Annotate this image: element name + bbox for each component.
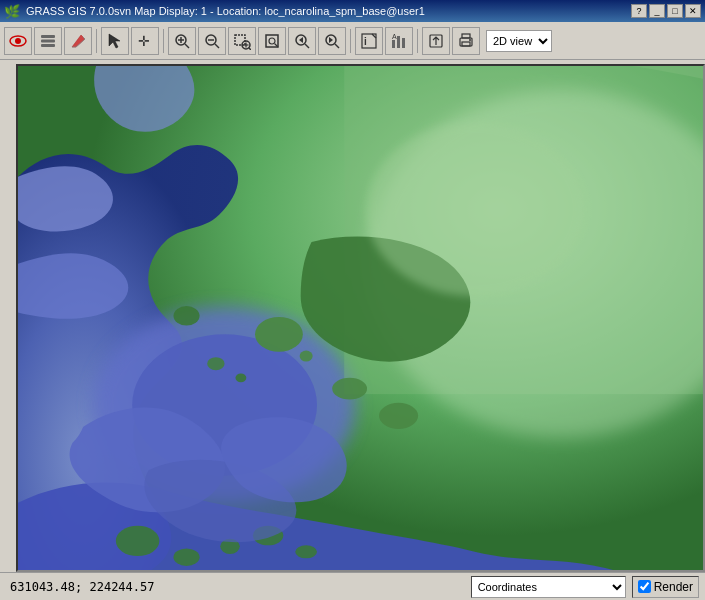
svg-line-8 (185, 44, 189, 48)
divider-4 (417, 29, 418, 53)
coordinates-select[interactable]: Coordinates Geographic Projected (471, 576, 626, 598)
erase-icon (69, 32, 87, 50)
layers-tool-button[interactable] (34, 27, 62, 55)
window-controls[interactable]: ? _ □ ✕ (631, 4, 701, 18)
svg-line-12 (215, 44, 219, 48)
help-button[interactable]: ? (631, 4, 647, 18)
svg-text:✛: ✛ (138, 33, 150, 49)
svg-rect-30 (397, 36, 400, 48)
svg-line-23 (305, 44, 309, 48)
zoom-region-button[interactable] (228, 27, 256, 55)
svg-point-37 (469, 39, 471, 41)
analyze-button[interactable]: A (385, 27, 413, 55)
svg-point-46 (235, 373, 246, 382)
maximize-button[interactable]: □ (667, 4, 683, 18)
divider-1 (96, 29, 97, 53)
zoom-out-icon (203, 32, 221, 50)
svg-marker-5 (109, 34, 120, 48)
svg-text:i: i (364, 36, 367, 47)
zoom-in-icon (173, 32, 191, 50)
zoom-region-icon (233, 32, 251, 50)
pointer-tool-button[interactable] (101, 27, 129, 55)
zoom-fit-button[interactable] (258, 27, 286, 55)
svg-text:A: A (392, 33, 397, 40)
svg-line-16 (249, 48, 251, 50)
zoom-prev-icon (293, 32, 311, 50)
analyze-icon: A (390, 32, 408, 50)
zoom-fit-icon (263, 32, 281, 50)
zoom-out-button[interactable] (198, 27, 226, 55)
pointer-icon (106, 32, 124, 50)
move-tool-button[interactable]: ✛ (131, 27, 159, 55)
svg-line-25 (335, 44, 339, 48)
divider-3 (350, 29, 351, 53)
svg-rect-35 (462, 34, 470, 38)
zoom-next-button[interactable] (318, 27, 346, 55)
svg-point-50 (116, 526, 159, 556)
move-icon: ✛ (136, 32, 154, 50)
app-icon: 🌿 (4, 4, 20, 19)
svg-point-45 (207, 357, 224, 370)
print-button[interactable] (452, 27, 480, 55)
render-check-wrapper: Render (632, 576, 699, 598)
zoom-next-icon (323, 32, 341, 50)
view-select[interactable]: 2D view 3D view (486, 30, 552, 52)
query-icon: i (360, 32, 378, 50)
map-wrapper (0, 60, 705, 572)
window-title: GRASS GIS 7.0.0svn Map Display: 1 - Loca… (26, 5, 425, 17)
map-canvas[interactable] (16, 64, 705, 572)
divider-2 (163, 29, 164, 53)
coordinates-display: 631043.48; 224244.57 (6, 580, 471, 594)
svg-point-55 (366, 122, 583, 296)
print-icon (457, 32, 475, 50)
svg-point-54 (295, 545, 317, 558)
svg-rect-3 (41, 39, 55, 42)
toolbar: ✛ (0, 22, 705, 60)
query-button[interactable]: i (355, 27, 383, 55)
svg-point-44 (173, 306, 199, 326)
layers-icon (39, 32, 57, 50)
map-svg (18, 66, 703, 570)
title-bar: 🌿 GRASS GIS 7.0.0svn Map Display: 1 - Lo… (0, 0, 705, 22)
svg-point-47 (300, 351, 313, 362)
erase-tool-button[interactable] (64, 27, 92, 55)
svg-point-43 (255, 317, 303, 352)
svg-rect-31 (402, 38, 405, 48)
minimize-button[interactable]: _ (649, 4, 665, 18)
eye-icon (9, 32, 27, 50)
svg-rect-4 (41, 44, 55, 47)
svg-rect-14 (235, 35, 245, 45)
svg-rect-2 (41, 35, 55, 38)
svg-point-51 (173, 549, 199, 566)
svg-point-1 (15, 38, 21, 44)
render-checkbox[interactable] (638, 580, 651, 593)
svg-point-48 (332, 378, 367, 400)
zoom-in-button[interactable] (168, 27, 196, 55)
svg-point-49 (379, 403, 418, 429)
coordinates-dropdown-wrapper: Coordinates Geographic Projected (471, 576, 626, 598)
eye-tool-button[interactable] (4, 27, 32, 55)
title-left: 🌿 GRASS GIS 7.0.0svn Map Display: 1 - Lo… (4, 4, 425, 19)
close-button[interactable]: ✕ (685, 4, 701, 18)
export-button[interactable] (422, 27, 450, 55)
svg-rect-29 (392, 40, 395, 48)
zoom-prev-button[interactable] (288, 27, 316, 55)
render-label: Render (654, 580, 693, 594)
status-bar: 631043.48; 224244.57 Coordinates Geograp… (0, 572, 705, 600)
export-icon (427, 32, 445, 50)
svg-rect-36 (462, 42, 470, 46)
svg-point-20 (269, 38, 275, 44)
